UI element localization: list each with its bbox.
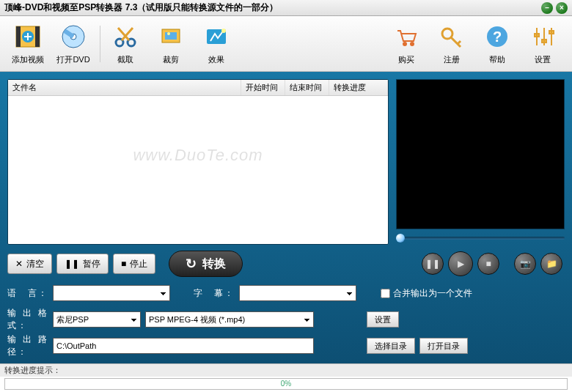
cart-icon [392, 22, 421, 51]
col-start[interactable]: 开始时间 [241, 80, 285, 95]
open-dvd-button[interactable]: 打开DVD [51, 22, 95, 65]
status-bar: 转换进度提示： [0, 363, 572, 377]
x-icon: ✕ [15, 259, 23, 269]
svg-point-13 [403, 42, 407, 46]
buy-button[interactable]: 购买 [384, 22, 428, 65]
stop-icon: ■ [121, 259, 126, 269]
svg-rect-2 [35, 26, 40, 47]
lang-row: 语 言： 字 幕： 合并输出为一个文件 [7, 284, 565, 303]
play-stop-button[interactable]: ■ [477, 253, 499, 275]
file-list: 文件名 开始时间 结束时间 转换进度 www.DuoTe.com [7, 79, 389, 245]
buy-label: 购买 [384, 54, 428, 65]
refresh-icon: ↻ [186, 256, 197, 272]
subtitle-select[interactable] [239, 285, 356, 301]
open-dir-button[interactable]: 打开目录 [419, 338, 468, 354]
pause-label: 暂停 [83, 258, 100, 270]
separator [100, 26, 100, 62]
watermark-text: www.DuoTe.com [133, 146, 263, 165]
clear-button[interactable]: ✕清空 [7, 254, 52, 274]
clear-label: 清空 [26, 258, 44, 270]
effect-label: 效果 [194, 54, 238, 65]
stop-label: 停止 [130, 258, 147, 270]
lang-label: 语 言： [7, 287, 48, 300]
svg-point-12 [221, 29, 226, 33]
pause-button[interactable]: ❚❚暂停 [56, 254, 109, 274]
subtitle-label: 字 幕： [194, 287, 235, 300]
convert-button[interactable]: ↻转换 [169, 251, 243, 277]
merge-input[interactable] [381, 289, 390, 298]
path-row: 输出路径： 选择目录 打开目录 [7, 336, 565, 356]
crop-label: 裁剪 [149, 54, 193, 65]
language-select[interactable] [53, 285, 170, 301]
output-path-input[interactable] [53, 338, 314, 354]
list-header: 文件名 开始时间 结束时间 转换进度 [8, 80, 388, 96]
play-button[interactable]: ▶ [448, 251, 473, 276]
slider-thumb[interactable] [396, 234, 405, 243]
progress-text: 0% [281, 380, 291, 388]
minimize-button[interactable]: – [541, 2, 553, 14]
path-label: 输出路径： [7, 333, 48, 358]
video-preview [396, 79, 565, 229]
register-button[interactable]: 注册 [430, 22, 474, 65]
scissors-icon [111, 22, 140, 51]
format-label: 输出格式： [7, 307, 48, 332]
help-button[interactable]: ? 帮助 [475, 22, 519, 65]
status-label: 转换进度提示： [4, 365, 61, 376]
tools-icon [528, 22, 557, 51]
col-end[interactable]: 结束时间 [285, 80, 329, 95]
merge-label: 合并输出为一个文件 [393, 287, 472, 300]
stop-button[interactable]: ■停止 [113, 254, 155, 274]
pause-icon: ❚❚ [65, 259, 79, 269]
preview-panel [396, 79, 565, 245]
title-bar: 顶峰-DVD和视频至PSP转换器 7.3（试用版只能转换源文件的一部分） – × [0, 0, 572, 16]
crop-button[interactable]: 裁剪 [149, 22, 193, 65]
svg-point-15 [442, 29, 452, 39]
open-folder-button[interactable]: 📁 [540, 253, 562, 275]
seek-slider[interactable] [396, 232, 565, 245]
help-icon: ? [483, 22, 512, 51]
svg-text:?: ? [493, 29, 502, 45]
device-select[interactable]: 索尼PSP [53, 311, 141, 328]
snapshot-button[interactable]: 📷 [514, 253, 536, 275]
merge-checkbox[interactable]: 合并输出为一个文件 [381, 287, 472, 300]
convert-label: 转换 [202, 256, 226, 272]
window-title: 顶峰-DVD和视频至PSP转换器 7.3（试用版只能转换源文件的一部分） [4, 1, 538, 14]
add-video-button[interactable]: 添加视频 [6, 22, 50, 65]
register-label: 注册 [430, 54, 474, 65]
playback-controls: ❚❚ ▶ ■ 📷 📁 [419, 251, 565, 276]
list-body[interactable]: www.DuoTe.com [8, 96, 388, 244]
progress-bar: 0% [4, 378, 568, 390]
add-video-label: 添加视频 [6, 54, 50, 65]
cut-button[interactable]: 截取 [103, 22, 147, 65]
help-label: 帮助 [475, 54, 519, 65]
film-add-icon [13, 22, 43, 51]
col-filename[interactable]: 文件名 [8, 80, 241, 95]
toolbar: 添加视频 打开DVD 截取 裁剪 效果 购买 注册 ? 帮助 设置 [0, 16, 572, 72]
key-icon [437, 22, 466, 51]
effect-icon [202, 22, 231, 51]
control-row: ✕清空 ❚❚暂停 ■停止 ↻转换 ❚❚ ▶ ■ 📷 📁 [7, 251, 565, 278]
browse-button[interactable]: 选择目录 [367, 338, 415, 354]
cut-label: 截取 [103, 54, 147, 65]
main-panel: 文件名 开始时间 结束时间 转换进度 www.DuoTe.com ✕清空 ❚❚暂… [0, 72, 572, 363]
svg-point-10 [167, 32, 170, 35]
format-select[interactable]: PSP MPEG-4 视频 (*.mp4) [145, 311, 314, 328]
format-settings-button[interactable]: 设置 [367, 311, 399, 328]
settings-button[interactable]: 设置 [521, 22, 565, 65]
open-dvd-label: 打开DVD [51, 54, 95, 65]
svg-rect-1 [16, 26, 21, 47]
col-progress[interactable]: 转换进度 [329, 80, 388, 95]
format-row: 输出格式： 索尼PSP PSP MPEG-4 视频 (*.mp4) 设置 [7, 309, 565, 330]
close-button[interactable]: × [556, 2, 568, 14]
svg-rect-9 [165, 32, 177, 40]
crop-icon [156, 22, 186, 51]
effect-button[interactable]: 效果 [194, 22, 238, 65]
svg-point-14 [410, 42, 414, 46]
dvd-icon [59, 22, 88, 51]
settings-label: 设置 [521, 54, 565, 65]
play-pause-button[interactable]: ❚❚ [422, 253, 444, 275]
